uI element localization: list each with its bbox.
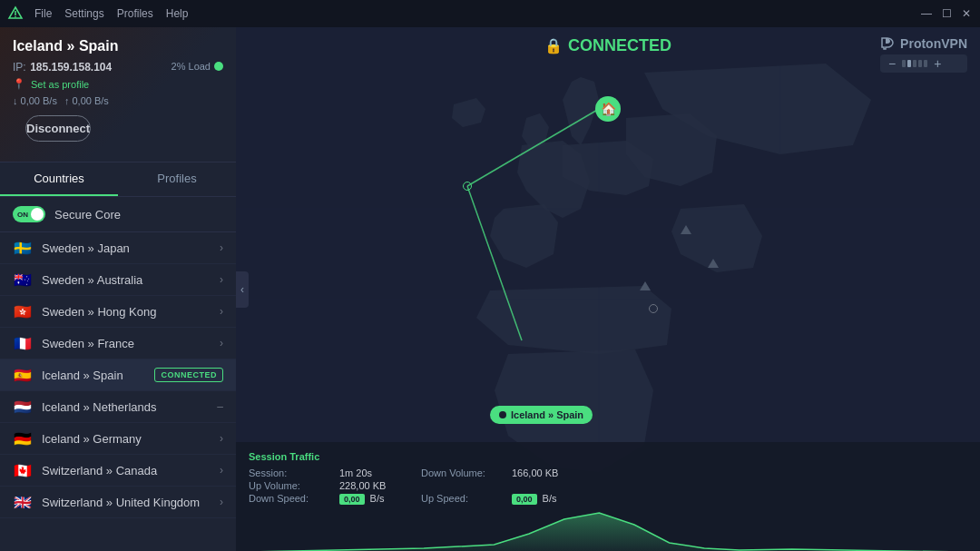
list-item[interactable]: 🇸🇪 Sweden » Japan › [0, 232, 236, 264]
server-node-4 [649, 304, 658, 313]
traffic-chart [249, 508, 967, 551]
speed-row: ↓ 0,00 B/s ↑ 0,00 B/s [13, 95, 223, 106]
list-item[interactable]: 🇩🇪 Iceland » Germany › [0, 423, 236, 455]
expand-icon: › [220, 496, 223, 508]
down-volume-label: Down Volume: [421, 467, 503, 478]
flag-sweden-japan: 🇸🇪 [13, 241, 33, 255]
proton-logo-area: ProtonVPN − + [880, 36, 967, 73]
session-label: Session: [249, 467, 330, 478]
expand-icon: › [220, 273, 223, 286]
upload-speed: ↑ 0,00 B/s [64, 95, 109, 106]
location-icon: 📍 [13, 78, 25, 90]
up-speed-unit: B/s [543, 493, 557, 504]
session-value: 1m 20s [339, 467, 412, 478]
up-speed-value: 0,00 B/s [512, 493, 584, 505]
disconnect-button[interactable]: Disconnect [25, 115, 91, 142]
country-name: Sweden » France [42, 337, 214, 350]
zoom-controls: − + [880, 54, 967, 73]
list-item[interactable]: 🇨🇦 Switzerland » Canada › [0, 455, 236, 487]
connection-header: Iceland » Spain IP: 185.159.158.104 2% L… [0, 27, 236, 162]
flag-switzerland-uk: 🇬🇧 [13, 495, 33, 509]
down-speed-value: 0,00 B/s [339, 493, 412, 505]
list-item[interactable]: 🇳🇱 Iceland » Netherlands – [0, 391, 236, 423]
server-node-2 [708, 259, 719, 268]
zoom-minus[interactable]: − [886, 56, 898, 71]
flag-sweden-france: 🇫🇷 [13, 336, 33, 350]
country-name: Iceland » Netherlands [42, 400, 211, 414]
country-name: Switzerland » United Kingdom [42, 496, 214, 509]
connected-label: 🔒 CONNECTED [544, 36, 671, 55]
traffic-grid: Session: 1m 20s Down Volume: 166,00 KB U… [249, 467, 967, 505]
close-button[interactable]: ✕ [960, 7, 973, 20]
map-area: 🏠 Iceland » Spain 🔒 CONNECTED [236, 27, 980, 551]
menu-file[interactable]: File [34, 7, 52, 20]
country-name: Sweden » Hong Kong [42, 305, 214, 319]
zoom-bar [902, 60, 927, 67]
server-node-1 [681, 225, 691, 234]
country-name: Switzerland » Canada [42, 464, 214, 477]
zoom-plus[interactable]: + [931, 56, 944, 71]
expand-icon: – [217, 400, 223, 413]
flag-sweden-australia: 🇦🇺 [13, 272, 33, 287]
title-bar-controls: — ☐ ✕ [920, 7, 973, 20]
expand-icon: › [220, 464, 223, 477]
expand-icon: › [220, 305, 223, 318]
server-name: Iceland » Spain [13, 38, 223, 54]
title-bar: File Settings Profiles Help — ☐ ✕ [0, 0, 980, 27]
lock-icon: 🔒 [544, 37, 563, 54]
flag-iceland-netherlands: 🇳🇱 [13, 399, 33, 414]
toggle-label: ON [17, 211, 28, 219]
secure-core-toggle[interactable]: ON [13, 206, 45, 222]
ip-label: IP: [13, 61, 26, 74]
download-speed: ↓ 0,00 B/s [13, 95, 57, 106]
up-volume-value: 228,00 KB [339, 480, 412, 491]
zoom-pip-5 [924, 60, 927, 67]
node-circle [463, 182, 472, 191]
node-triangle [640, 281, 651, 290]
up-speed-badge: 0,00 [512, 494, 537, 505]
expand-icon: › [220, 241, 223, 254]
node-circle [649, 304, 658, 313]
app-logo [7, 5, 24, 22]
up-speed-label: Up Speed: [421, 493, 503, 505]
down-volume-value: 166,00 KB [512, 467, 584, 478]
minimize-button[interactable]: — [920, 7, 933, 20]
left-panel: Iceland » Spain IP: 185.159.158.104 2% L… [0, 27, 236, 551]
down-speed-badge: 0,00 [339, 494, 365, 505]
toggle-knob [31, 208, 44, 221]
zoom-pip-3 [913, 60, 916, 67]
list-item[interactable]: 🇬🇧 Switzerland » United Kingdom › [0, 487, 236, 518]
node-triangle [708, 259, 719, 268]
expand-icon: › [220, 337, 223, 349]
country-name: Sweden » Australia [42, 273, 214, 287]
iceland-node [463, 182, 472, 191]
list-item[interactable]: 🇭🇰 Sweden » Hong Kong › [0, 296, 236, 328]
load-dot [214, 62, 223, 71]
tab-profiles[interactable]: Profiles [118, 162, 236, 196]
tabs-row: Countries Profiles [0, 162, 236, 197]
menu-settings[interactable]: Settings [64, 7, 103, 20]
list-item-active[interactable]: 🇪🇸 Iceland » Spain CONNECTED [0, 359, 236, 391]
menu-items: File Settings Profiles Help [34, 7, 188, 20]
title-bar-left: File Settings Profiles Help [7, 5, 188, 22]
maximize-button[interactable]: ☐ [940, 7, 953, 20]
country-list: 🇸🇪 Sweden » Japan › 🇦🇺 Sweden » Australi… [0, 232, 236, 551]
country-name: Iceland » Spain [42, 369, 154, 382]
list-item[interactable]: 🇫🇷 Sweden » France › [0, 328, 236, 359]
flag-sweden-hk: 🇭🇰 [13, 304, 33, 319]
down-speed-label: Down Speed: [249, 493, 330, 505]
flag-iceland-germany: 🇩🇪 [13, 431, 33, 446]
menu-profiles[interactable]: Profiles [117, 7, 153, 20]
sidebar-collapse-button[interactable]: ‹ [236, 271, 249, 308]
ip-info: IP: 185.159.158.104 [13, 58, 112, 74]
traffic-title: Session Traffic [249, 451, 967, 462]
set-profile-link[interactable]: Set as profile [31, 79, 89, 90]
ip-value: 185.159.158.104 [30, 61, 112, 74]
tab-countries[interactable]: Countries [0, 162, 118, 196]
list-item[interactable]: 🇦🇺 Sweden » Australia › [0, 264, 236, 296]
chart-svg [249, 508, 967, 551]
secure-core-row: ON Secure Core [0, 197, 236, 232]
load-text: 2% Load [172, 61, 211, 72]
zoom-pip-4 [918, 60, 922, 67]
menu-help[interactable]: Help [166, 7, 189, 20]
